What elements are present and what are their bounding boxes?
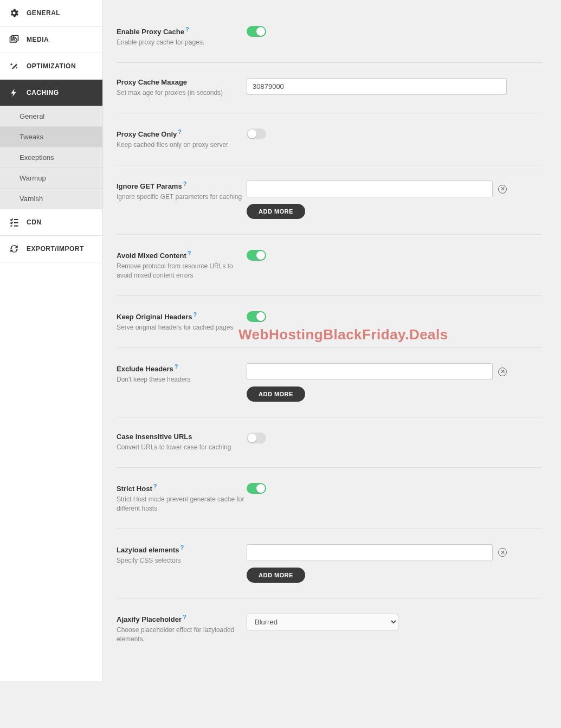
setting-avoid-mixed-content: Avoid Mixed Content? Remove protocol fro… [117,235,542,296]
input-lazyload-elements[interactable] [247,544,493,561]
remove-icon[interactable]: ✕ [498,185,507,194]
toggle-case-insensitive-urls[interactable] [247,433,266,443]
sub-general[interactable]: General [0,106,102,127]
setting-enable-proxy-cache: Enable Proxy Cache? Enable proxy cache f… [117,11,542,63]
sub-exceptions[interactable]: Exceptions [0,147,102,168]
setting-title: Case Insensitive URLs [117,433,247,441]
setting-desc: Choose placeholder effect for lazyloaded… [117,626,247,644]
setting-desc: Strict Host mode prevent generate cache … [117,495,247,513]
setting-title: Enable Proxy Cache? [117,26,247,36]
media-icon [8,34,20,46]
setting-strict-host: Strict Host? Strict Host mode prevent ge… [117,468,542,529]
setting-title: Proxy Cache Only? [117,128,247,138]
sidebar: GENERAL MEDIA OPTIMIZATION CACHING Gener… [0,0,103,681]
setting-desc: Don't keep these headers [117,375,247,384]
submenu-caching: General Tweaks Exceptions Warmup Varnish [0,106,102,209]
nav-item-caching[interactable]: CACHING [0,80,102,106]
input-proxy-cache-maxage[interactable] [247,78,507,95]
setting-title: Lazyload elements? [117,544,247,554]
nav-label: CDN [27,218,42,226]
sub-tweaks[interactable]: Tweaks [0,127,102,147]
nav-label: CACHING [27,89,59,96]
setting-title: Strict Host? [117,483,247,493]
help-icon[interactable]: ? [183,181,187,187]
toggle-enable-proxy-cache[interactable] [247,26,266,37]
gear-icon [8,7,20,19]
setting-proxy-cache-maxage: Proxy Cache Maxage Set max-age for proxi… [117,63,542,113]
setting-exclude-headers: Exclude Headers? Don't keep these header… [117,348,542,417]
setting-title: Exclude Headers? [117,363,247,373]
setting-ajaxify-placeholder: Ajaxify Placeholder? Choose placeholder … [117,598,542,659]
select-ajaxify-placeholder[interactable]: Blurred [247,614,398,630]
help-icon[interactable]: ? [175,363,178,370]
input-exclude-headers[interactable] [247,363,493,380]
setting-ignore-get-params: Ignore GET Params? Ignore specific GET p… [117,165,542,235]
toggle-proxy-cache-only[interactable] [247,128,266,139]
nav-item-export-import[interactable]: EXPORT/IMPORT [0,236,102,262]
nav-label: GENERAL [27,9,60,17]
remove-icon[interactable]: ✕ [498,548,507,557]
setting-keep-original-headers: Keep Original Headers? Serve original he… [117,296,542,348]
help-icon[interactable]: ? [185,26,189,33]
setting-desc: Keep cached files only on proxy server [117,140,247,150]
help-icon[interactable]: ? [183,614,186,620]
setting-title: Proxy Cache Maxage [117,78,247,86]
toggle-avoid-mixed-content[interactable] [247,250,266,261]
nav-item-general[interactable]: GENERAL [0,0,102,27]
setting-desc: Remove protocol from resource URLs to av… [117,262,247,280]
wand-icon [8,60,20,72]
list-icon [8,216,20,228]
help-icon[interactable]: ? [153,483,157,489]
add-more-button[interactable]: ADD MORE [247,386,305,402]
svg-point-2 [13,37,14,38]
nav-item-optimization[interactable]: OPTIMIZATION [0,53,102,80]
setting-lazyload-elements: Lazyload elements? Specify CSS selectors… [117,529,542,598]
help-icon[interactable]: ? [180,544,184,551]
sub-varnish[interactable]: Varnish [0,189,102,209]
setting-title: Keep Original Headers? [117,311,247,321]
setting-desc: Enable proxy cache for pages. [117,38,247,47]
setting-desc: Set max-age for proxies (in seconds) [117,88,247,98]
nav-label: OPTIMIZATION [27,62,76,70]
help-icon[interactable]: ? [193,311,197,318]
setting-title: Ignore GET Params? [117,181,247,190]
setting-desc: Specify CSS selectors [117,556,247,565]
nav-label: MEDIA [27,36,49,43]
setting-desc: Serve original headers for cached pages [117,323,247,332]
input-ignore-get-params[interactable] [247,181,493,197]
setting-desc: Convert URLs to lower case for caching [117,443,247,452]
setting-proxy-cache-only: Proxy Cache Only? Keep cached files only… [117,113,542,165]
content-panel: WebHostingBlackFriday.Deals Enable Proxy… [103,0,561,681]
setting-title: Avoid Mixed Content? [117,250,247,260]
sub-warmup[interactable]: Warmup [0,168,102,189]
nav-item-cdn[interactable]: CDN [0,209,102,236]
toggle-keep-original-headers[interactable] [247,311,266,322]
add-more-button[interactable]: ADD MORE [247,204,305,219]
nav-item-media[interactable]: MEDIA [0,27,102,53]
nav-label: EXPORT/IMPORT [27,245,84,253]
help-icon[interactable]: ? [178,128,182,135]
setting-case-insensitive-urls: Case Insensitive URLs Convert URLs to lo… [117,417,542,468]
remove-icon[interactable]: ✕ [498,368,507,376]
bolt-icon [8,87,20,99]
add-more-button[interactable]: ADD MORE [247,568,305,583]
setting-title: Ajaxify Placeholder? [117,614,247,623]
setting-desc: Ignore specific GET parameters for cachi… [117,192,247,202]
toggle-strict-host[interactable] [247,483,266,494]
sync-icon [8,243,20,255]
help-icon[interactable]: ? [188,250,191,256]
